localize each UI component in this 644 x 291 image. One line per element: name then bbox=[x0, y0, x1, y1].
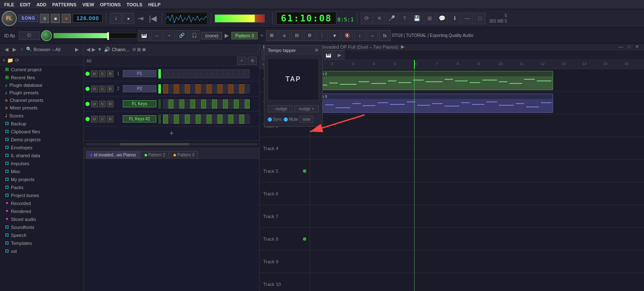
ch3-name-btn[interactable]: FL Keys bbox=[123, 100, 156, 107]
cpu-meter-btn[interactable]: ⟳ bbox=[361, 13, 372, 24]
menu-view[interactable]: VIEW bbox=[80, 1, 96, 8]
headphone-btn[interactable]: 🎧 bbox=[189, 30, 200, 41]
pad[interactable] bbox=[234, 69, 239, 78]
grid-view-btn[interactable]: ⊞ bbox=[266, 30, 278, 41]
pad[interactable] bbox=[190, 114, 195, 124]
pause-button[interactable]: ⏸ bbox=[40, 14, 49, 23]
ch4-name-btn[interactable]: FL Keys #2 bbox=[123, 115, 156, 122]
sidebar-item-recorded[interactable]: ✦ Recorded bbox=[0, 199, 83, 207]
sidebar-item-misc[interactable]: ⊡ Misc bbox=[0, 167, 83, 175]
pad[interactable] bbox=[201, 114, 206, 124]
pad[interactable] bbox=[223, 69, 228, 78]
maximize-btn[interactable]: □ bbox=[474, 13, 486, 24]
track-1-cell[interactable]: Pattern 2 bbox=[310, 69, 644, 92]
pattern-view-btn[interactable]: ⊞ bbox=[424, 13, 435, 24]
pad[interactable] bbox=[168, 84, 173, 94]
menu-help[interactable]: HELP bbox=[146, 1, 163, 8]
sidebar-item-rendered[interactable]: ✦ Rendered bbox=[0, 207, 83, 215]
browser-expand-btn[interactable]: ▶ bbox=[74, 46, 80, 53]
sidebar-item-speech[interactable]: ⊡ Speech bbox=[0, 231, 83, 239]
track-2-cell[interactable]: Pattern 3 bbox=[310, 92, 644, 114]
pad[interactable] bbox=[212, 99, 217, 109]
pad[interactable] bbox=[196, 69, 201, 78]
pad[interactable] bbox=[174, 69, 179, 78]
menu-file[interactable]: FILE bbox=[2, 1, 17, 8]
cr-scrollbar[interactable] bbox=[84, 140, 259, 147]
pad[interactable] bbox=[245, 114, 250, 124]
sidebar-item-backup[interactable]: ⊡ Backup bbox=[0, 120, 83, 127]
track-8-cell[interactable] bbox=[310, 228, 644, 250]
pattern-select-dropdown[interactable]: (none) bbox=[202, 32, 222, 39]
pattern-add-btn[interactable]: + bbox=[259, 32, 265, 39]
pad[interactable] bbox=[239, 99, 244, 109]
song-position-bar[interactable] bbox=[53, 33, 137, 39]
chat-btn[interactable]: 💬 bbox=[436, 13, 448, 24]
pad[interactable] bbox=[217, 114, 222, 124]
sidebar-item-scores[interactable]: ♩ Scores bbox=[0, 112, 83, 120]
pad[interactable] bbox=[212, 69, 217, 78]
ch1-settings-btn[interactable]: ⚙ bbox=[107, 70, 114, 77]
record-mode-btn[interactable]: ● bbox=[122, 13, 134, 24]
pad[interactable] bbox=[228, 114, 233, 124]
sidebar-item-plugin-presets[interactable]: ♪ Plugin presets bbox=[0, 89, 83, 96]
track-9-cell[interactable] bbox=[310, 250, 644, 273]
pad[interactable] bbox=[239, 84, 244, 94]
ch2-mute-btn[interactable]: M bbox=[91, 86, 98, 92]
pad[interactable] bbox=[234, 114, 239, 124]
pad[interactable] bbox=[207, 84, 212, 94]
pad[interactable] bbox=[217, 99, 222, 109]
record-button[interactable]: ● bbox=[62, 14, 71, 23]
sidebar-item-current-project[interactable]: ⊞ Current project bbox=[0, 65, 83, 73]
sidebar-item-envelopes[interactable]: ⊡ Envelopes bbox=[0, 143, 83, 151]
step-fwd[interactable]: ⇥ bbox=[136, 14, 145, 23]
sidebar-item-sliced-audio[interactable]: ✦ Sliced audio bbox=[0, 215, 83, 223]
tempo-tapper-close-btn[interactable]: ✕ bbox=[314, 47, 319, 53]
pad[interactable] bbox=[217, 69, 222, 78]
browser-back-btn[interactable]: ◀ bbox=[3, 46, 10, 53]
pad[interactable] bbox=[185, 69, 190, 78]
pad[interactable] bbox=[163, 84, 168, 94]
eq-btn[interactable]: ⋮ bbox=[316, 30, 328, 41]
pad[interactable] bbox=[201, 99, 206, 109]
add-channel-btn[interactable]: + bbox=[169, 129, 174, 138]
metronome-btn[interactable]: ♩ bbox=[110, 13, 122, 24]
ch2-settings-btn[interactable]: ⚙ bbox=[107, 86, 114, 92]
menu-options[interactable]: OPTIONS bbox=[98, 1, 124, 8]
pad[interactable] bbox=[179, 99, 184, 109]
pad[interactable] bbox=[168, 114, 173, 124]
sidebar-item-demo-projects[interactable]: ⊡ Demo projects bbox=[0, 135, 83, 143]
pad[interactable] bbox=[179, 84, 184, 94]
pad[interactable] bbox=[234, 99, 239, 109]
pad[interactable] bbox=[228, 99, 233, 109]
pad[interactable] bbox=[190, 69, 195, 78]
pattern-tab-1[interactable]: Pattern 2 bbox=[141, 151, 169, 158]
sidebar-item-soundfonts[interactable]: ⊡ Soundfonts bbox=[0, 223, 83, 231]
bpm-display[interactable]: 126.000 bbox=[72, 14, 103, 23]
tracks-content-area[interactable]: Pattern 2 bbox=[310, 69, 644, 291]
pad[interactable] bbox=[207, 114, 212, 124]
pattern-tab-2[interactable]: Pattern 3 bbox=[170, 151, 198, 158]
pad[interactable] bbox=[201, 69, 206, 78]
mixer-view-btn[interactable]: ⊟ bbox=[291, 30, 303, 41]
pad[interactable] bbox=[163, 114, 168, 124]
pad[interactable] bbox=[245, 99, 250, 109]
playlist-min-btn[interactable]: — bbox=[617, 44, 625, 50]
browser-fwd-btn[interactable]: ▶ bbox=[11, 46, 18, 53]
browser-search-icon[interactable]: 🔍 bbox=[26, 47, 32, 52]
pad[interactable] bbox=[223, 114, 228, 124]
curve-btn[interactable]: ~ bbox=[163, 30, 175, 41]
track-10-cell[interactable] bbox=[310, 273, 644, 291]
pl-fwd-btn[interactable]: ▶ bbox=[334, 50, 344, 60]
pad[interactable] bbox=[217, 84, 222, 94]
nudge-minus-btn[interactable]: - nudge bbox=[268, 105, 292, 112]
pan-btn[interactable]: ↔ bbox=[367, 30, 378, 41]
mute-btn[interactable]: 🔇 bbox=[341, 30, 353, 41]
ch4-mute-btn[interactable]: M bbox=[91, 116, 98, 122]
piano-roll-btn[interactable]: 🎹 bbox=[138, 30, 150, 41]
list-view-btn[interactable]: ≡ bbox=[279, 30, 290, 41]
filter-btn[interactable]: ▼ bbox=[329, 30, 341, 41]
browser-refresh-icon[interactable]: ⟳ bbox=[15, 57, 19, 63]
ch3-settings-btn[interactable]: ⚙ bbox=[107, 101, 114, 107]
track-7-cell[interactable] bbox=[310, 205, 644, 228]
pad[interactable] bbox=[239, 114, 244, 124]
